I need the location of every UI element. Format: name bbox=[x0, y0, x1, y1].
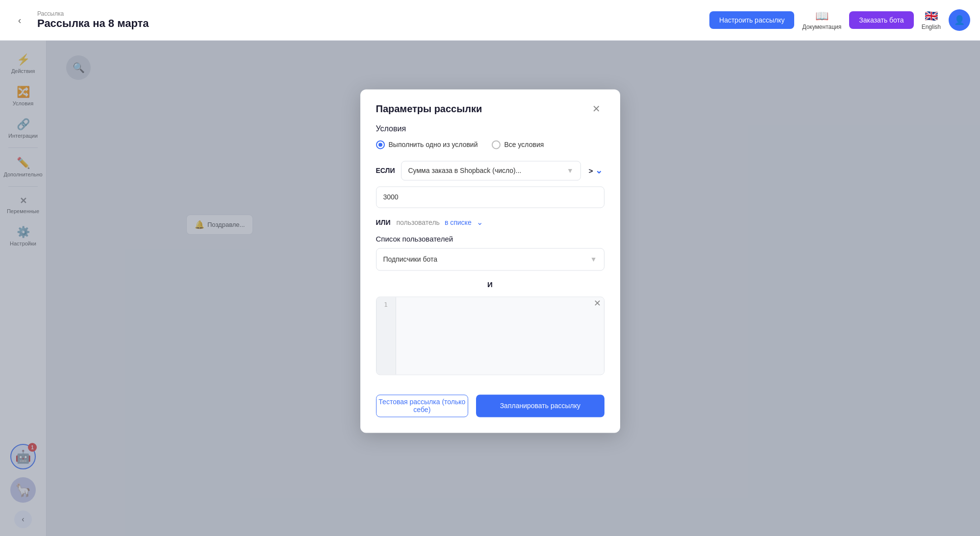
condition-value-input[interactable] bbox=[376, 186, 604, 208]
sub-condition-close-button[interactable]: ✕ bbox=[591, 296, 604, 310]
code-gutter: 1 bbox=[377, 297, 396, 374]
radio-any-label: Выполнить одно из условий bbox=[389, 141, 478, 148]
condition-field-dropdown[interactable]: Сумма заказа в Shopback (число)... ▼ bbox=[401, 161, 581, 180]
if-label: ЕСЛИ bbox=[376, 167, 395, 174]
page-title: Рассылка на 8 марта bbox=[37, 17, 149, 30]
line-number: 1 bbox=[384, 301, 388, 308]
test-broadcast-button[interactable]: Тестовая рассылка (только себе) bbox=[376, 394, 469, 417]
conditions-section-label: Условия bbox=[376, 124, 604, 133]
avatar-icon: 👤 bbox=[954, 15, 965, 25]
order-bot-button[interactable]: Заказать бота bbox=[849, 11, 913, 29]
or-text: пользователь bbox=[397, 219, 440, 226]
operator-chevron-icon: ⌄ bbox=[595, 165, 603, 176]
or-label: ИЛИ bbox=[376, 219, 392, 226]
sub-condition-block: ✕ 1 bbox=[376, 296, 604, 375]
dialog-close-button[interactable]: ✕ bbox=[589, 101, 604, 117]
schedule-broadcast-button[interactable]: Запланировать рассылку bbox=[476, 394, 604, 417]
condition-row-if: ЕСЛИ Сумма заказа в Shopback (число)... … bbox=[376, 161, 604, 180]
language-selector[interactable]: 🇬🇧 English bbox=[922, 10, 941, 30]
radio-any-indicator bbox=[376, 140, 385, 149]
dialog-title: Параметры рассылки bbox=[376, 103, 482, 115]
user-avatar[interactable]: 👤 bbox=[949, 9, 970, 31]
radio-all-indicator bbox=[492, 140, 501, 149]
condition-field-value: Сумма заказа в Shopback (число)... bbox=[408, 167, 567, 174]
radio-any-condition[interactable]: Выполнить одно из условий bbox=[376, 140, 478, 149]
user-list-value: Подписчики бота bbox=[383, 255, 437, 263]
sub-close-icon: ✕ bbox=[594, 298, 601, 309]
dialog-header: Параметры рассылки ✕ bbox=[360, 89, 620, 124]
back-button[interactable]: ‹ bbox=[10, 10, 29, 30]
configure-button[interactable]: Настроить рассылку bbox=[709, 11, 794, 29]
or-link-in-list[interactable]: в списке bbox=[445, 219, 472, 226]
dialog-body: Условия Выполнить одно из условий Все ус… bbox=[360, 124, 620, 375]
back-icon: ‹ bbox=[18, 15, 22, 26]
topbar-right: Настроить рассылку 📖 Документация Заказа… bbox=[709, 9, 970, 31]
docs-icon: 📖 bbox=[815, 10, 829, 23]
user-list-dropdown[interactable]: Подписчики бота ▼ bbox=[376, 248, 604, 270]
code-editor[interactable] bbox=[396, 297, 604, 374]
operator-selector[interactable]: > ⌄ bbox=[587, 165, 604, 176]
close-icon: ✕ bbox=[592, 103, 601, 115]
lang-label: English bbox=[922, 24, 941, 30]
code-input-container: 1 bbox=[376, 296, 604, 375]
and-divider: И bbox=[376, 280, 604, 289]
radio-group-conditions: Выполнить одно из условий Все условия bbox=[376, 140, 604, 149]
docs-button[interactable]: 📖 Документация bbox=[802, 10, 841, 30]
operator-value: > bbox=[589, 167, 593, 175]
docs-label: Документация bbox=[802, 24, 841, 30]
dropdown-chevron-icon: ▼ bbox=[567, 167, 574, 174]
or-chevron-icon[interactable]: ⌄ bbox=[477, 218, 483, 227]
lang-flag-icon: 🇬🇧 bbox=[925, 10, 938, 23]
breadcrumb: Рассылка Рассылка на 8 марта bbox=[37, 10, 149, 30]
breadcrumb-sub: Рассылка bbox=[37, 10, 149, 17]
radio-all-label: Все условия bbox=[504, 141, 544, 148]
user-list-chevron-icon: ▼ bbox=[590, 255, 597, 263]
or-condition-row: ИЛИ пользователь в списке ⌄ bbox=[376, 218, 604, 227]
radio-all-conditions[interactable]: Все условия bbox=[492, 140, 544, 149]
topbar: ‹ Рассылка Рассылка на 8 марта Настроить… bbox=[0, 0, 980, 41]
dialog-parameters: Параметры рассылки ✕ Условия Выполнить о… bbox=[360, 89, 620, 433]
user-list-section-label: Список пользователей bbox=[376, 235, 604, 243]
dialog-footer: Тестовая рассылка (только себе) Запланир… bbox=[360, 383, 620, 417]
